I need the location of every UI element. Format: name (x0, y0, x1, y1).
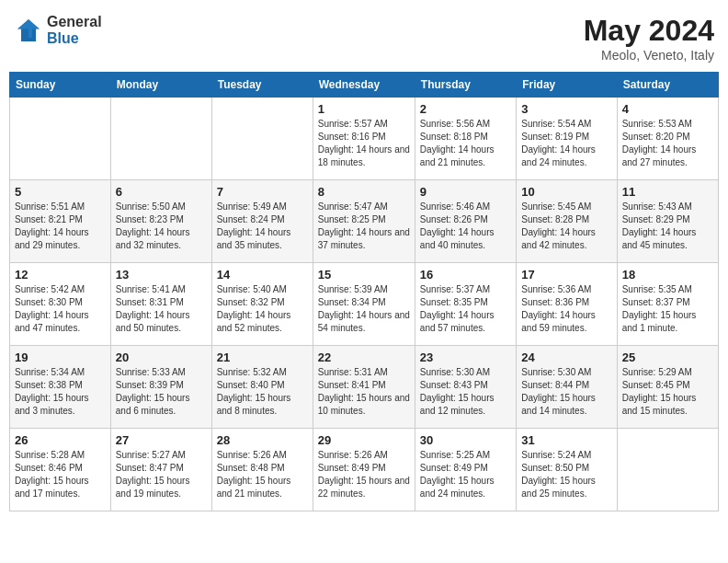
calendar-cell: 7Sunrise: 5:49 AMSunset: 8:24 PMDaylight… (211, 180, 313, 263)
weekday-header-wednesday: Wednesday (313, 73, 415, 98)
cell-day-number: 2 (420, 102, 511, 116)
calendar-cell (10, 98, 111, 180)
title-block: May 2024 Meolo, Veneto, Italy (584, 14, 714, 63)
calendar-week-5: 26Sunrise: 5:28 AMSunset: 8:46 PMDayligh… (10, 429, 719, 511)
cell-info: Sunrise: 5:42 AMSunset: 8:30 PMDaylight:… (15, 283, 106, 335)
calendar-cell: 3Sunrise: 5:54 AMSunset: 8:19 PMDaylight… (517, 98, 617, 180)
cell-day-number: 15 (318, 268, 410, 282)
cell-info: Sunrise: 5:47 AMSunset: 8:25 PMDaylight:… (318, 201, 410, 252)
calendar-cell (211, 98, 313, 180)
cell-info: Sunrise: 5:35 AMSunset: 8:37 PMDaylight:… (622, 283, 713, 335)
calendar-cell (617, 429, 718, 511)
cell-day-number: 9 (420, 185, 511, 199)
weekday-header-row: SundayMondayTuesdayWednesdayThursdayFrid… (10, 73, 719, 98)
weekday-header-sunday: Sunday (10, 73, 111, 98)
cell-day-number: 29 (318, 433, 410, 447)
calendar-cell: 11Sunrise: 5:43 AMSunset: 8:29 PMDayligh… (617, 180, 718, 263)
cell-info: Sunrise: 5:24 AMSunset: 8:50 PMDaylight:… (521, 449, 611, 500)
calendar-week-4: 19Sunrise: 5:34 AMSunset: 8:38 PMDayligh… (10, 346, 719, 429)
cell-info: Sunrise: 5:46 AMSunset: 8:26 PMDaylight:… (420, 201, 511, 252)
cell-info: Sunrise: 5:37 AMSunset: 8:35 PMDaylight:… (420, 283, 511, 335)
calendar-cell (110, 98, 211, 180)
logo-blue-text: Blue (47, 30, 102, 47)
cell-day-number: 31 (521, 433, 611, 447)
calendar-cell: 24Sunrise: 5:30 AMSunset: 8:44 PMDayligh… (517, 346, 617, 429)
weekday-header-friday: Friday (517, 73, 617, 98)
cell-day-number: 19 (15, 350, 106, 364)
cell-day-number: 5 (15, 185, 106, 199)
cell-info: Sunrise: 5:40 AMSunset: 8:32 PMDaylight:… (217, 283, 308, 335)
cell-info: Sunrise: 5:32 AMSunset: 8:40 PMDaylight:… (217, 366, 308, 418)
calendar-cell: 18Sunrise: 5:35 AMSunset: 8:37 PMDayligh… (617, 263, 718, 346)
cell-info: Sunrise: 5:29 AMSunset: 8:45 PMDaylight:… (622, 366, 713, 418)
cell-day-number: 26 (15, 433, 106, 447)
cell-day-number: 25 (622, 350, 713, 364)
page-header: General Blue May 2024 Meolo, Veneto, Ita… (9, 9, 719, 63)
cell-info: Sunrise: 5:30 AMSunset: 8:43 PMDaylight:… (420, 366, 511, 418)
cell-info: Sunrise: 5:26 AMSunset: 8:48 PMDaylight:… (217, 449, 308, 500)
calendar-cell: 4Sunrise: 5:53 AMSunset: 8:20 PMDaylight… (617, 98, 718, 180)
cell-day-number: 17 (521, 268, 611, 282)
cell-info: Sunrise: 5:27 AMSunset: 8:47 PMDaylight:… (116, 449, 207, 500)
cell-day-number: 13 (116, 268, 207, 282)
calendar-cell: 14Sunrise: 5:40 AMSunset: 8:32 PMDayligh… (211, 263, 313, 346)
calendar-cell: 12Sunrise: 5:42 AMSunset: 8:30 PMDayligh… (10, 263, 111, 346)
weekday-header-thursday: Thursday (415, 73, 516, 98)
cell-day-number: 12 (15, 268, 106, 282)
logo: General Blue (14, 14, 102, 46)
calendar-header: SundayMondayTuesdayWednesdayThursdayFrid… (10, 73, 719, 98)
calendar-cell: 9Sunrise: 5:46 AMSunset: 8:26 PMDaylight… (415, 180, 516, 263)
calendar-table: SundayMondayTuesdayWednesdayThursdayFrid… (9, 72, 719, 511)
cell-day-number: 22 (318, 350, 410, 364)
cell-day-number: 10 (521, 185, 611, 199)
calendar-cell: 23Sunrise: 5:30 AMSunset: 8:43 PMDayligh… (415, 346, 516, 429)
calendar-cell: 1Sunrise: 5:57 AMSunset: 8:16 PMDaylight… (313, 98, 415, 180)
cell-day-number: 23 (420, 350, 511, 364)
calendar-body: 1Sunrise: 5:57 AMSunset: 8:16 PMDaylight… (10, 98, 719, 511)
cell-day-number: 21 (217, 350, 308, 364)
cell-info: Sunrise: 5:25 AMSunset: 8:49 PMDaylight:… (420, 449, 511, 500)
weekday-header-monday: Monday (110, 73, 211, 98)
cell-info: Sunrise: 5:50 AMSunset: 8:23 PMDaylight:… (116, 201, 207, 252)
calendar-cell: 31Sunrise: 5:24 AMSunset: 8:50 PMDayligh… (517, 429, 617, 511)
cell-day-number: 6 (116, 185, 207, 199)
cell-info: Sunrise: 5:33 AMSunset: 8:39 PMDaylight:… (116, 366, 207, 418)
calendar-cell: 17Sunrise: 5:36 AMSunset: 8:36 PMDayligh… (517, 263, 617, 346)
calendar-cell: 5Sunrise: 5:51 AMSunset: 8:21 PMDaylight… (10, 180, 111, 263)
calendar-title: May 2024 (584, 14, 714, 48)
logo-general-text: General (47, 14, 102, 30)
cell-day-number: 24 (521, 350, 611, 364)
cell-day-number: 30 (420, 433, 511, 447)
calendar-cell: 22Sunrise: 5:31 AMSunset: 8:41 PMDayligh… (313, 346, 415, 429)
cell-info: Sunrise: 5:56 AMSunset: 8:18 PMDaylight:… (420, 118, 511, 169)
cell-day-number: 7 (217, 185, 308, 199)
calendar-cell: 26Sunrise: 5:28 AMSunset: 8:46 PMDayligh… (10, 429, 111, 511)
cell-day-number: 8 (318, 185, 410, 199)
cell-info: Sunrise: 5:36 AMSunset: 8:36 PMDaylight:… (521, 283, 611, 335)
cell-info: Sunrise: 5:49 AMSunset: 8:24 PMDaylight:… (217, 201, 308, 252)
calendar-cell: 25Sunrise: 5:29 AMSunset: 8:45 PMDayligh… (617, 346, 718, 429)
cell-info: Sunrise: 5:53 AMSunset: 8:20 PMDaylight:… (622, 118, 713, 169)
logo-text: General Blue (47, 14, 102, 46)
calendar-cell: 8Sunrise: 5:47 AMSunset: 8:25 PMDaylight… (313, 180, 415, 263)
svg-marker-1 (17, 19, 40, 38)
cell-day-number: 1 (318, 102, 410, 116)
calendar-cell: 30Sunrise: 5:25 AMSunset: 8:49 PMDayligh… (415, 429, 516, 511)
calendar-cell: 10Sunrise: 5:45 AMSunset: 8:28 PMDayligh… (517, 180, 617, 263)
calendar-week-2: 5Sunrise: 5:51 AMSunset: 8:21 PMDaylight… (10, 180, 719, 263)
cell-day-number: 20 (116, 350, 207, 364)
cell-info: Sunrise: 5:57 AMSunset: 8:16 PMDaylight:… (318, 118, 410, 169)
cell-day-number: 18 (622, 268, 713, 282)
calendar-cell: 15Sunrise: 5:39 AMSunset: 8:34 PMDayligh… (313, 263, 415, 346)
calendar-cell: 2Sunrise: 5:56 AMSunset: 8:18 PMDaylight… (415, 98, 516, 180)
cell-day-number: 27 (116, 433, 207, 447)
cell-day-number: 11 (622, 185, 713, 199)
calendar-cell: 19Sunrise: 5:34 AMSunset: 8:38 PMDayligh… (10, 346, 111, 429)
calendar-cell: 27Sunrise: 5:27 AMSunset: 8:47 PMDayligh… (110, 429, 211, 511)
calendar-week-1: 1Sunrise: 5:57 AMSunset: 8:16 PMDaylight… (10, 98, 719, 180)
cell-day-number: 28 (217, 433, 308, 447)
cell-info: Sunrise: 5:26 AMSunset: 8:49 PMDaylight:… (318, 449, 410, 500)
weekday-header-saturday: Saturday (617, 73, 718, 98)
calendar-cell: 21Sunrise: 5:32 AMSunset: 8:40 PMDayligh… (211, 346, 313, 429)
cell-info: Sunrise: 5:41 AMSunset: 8:31 PMDaylight:… (116, 283, 207, 335)
